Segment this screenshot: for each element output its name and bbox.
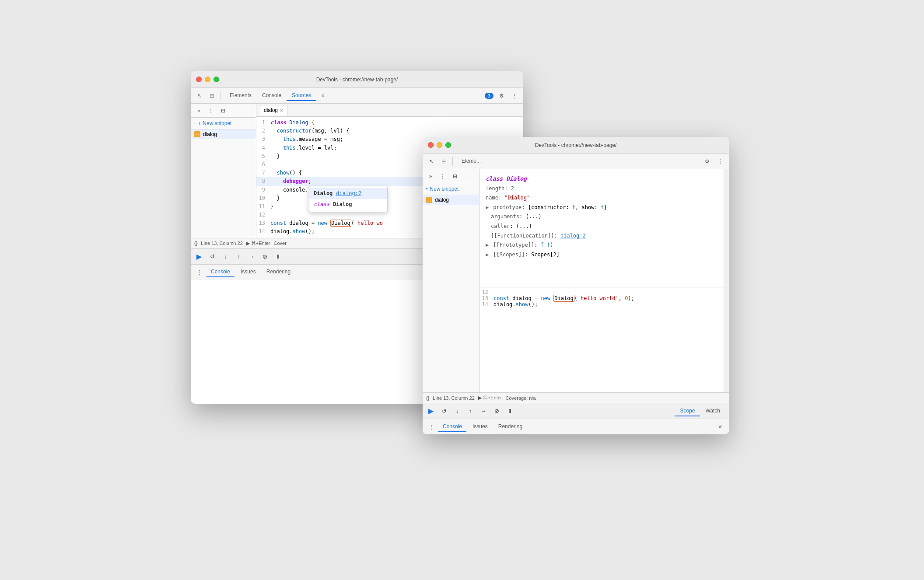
scrollbar-front[interactable] bbox=[724, 169, 729, 392]
play-button-front[interactable]: ▶ bbox=[426, 406, 436, 416]
rendering-tab-front[interactable]: Rendering bbox=[494, 422, 527, 432]
settings-icon-front[interactable]: ⚙ bbox=[702, 156, 712, 167]
more-icon-front[interactable]: ⋮ bbox=[715, 156, 725, 167]
pause-button-front[interactable]: ⏸ bbox=[505, 406, 514, 416]
step-out-button-front[interactable]: ↑ bbox=[466, 406, 475, 416]
scope-length: length: 2 bbox=[486, 184, 718, 194]
bottom-tabs-front: ⋮ Console Issues Rendering ✕ bbox=[423, 419, 729, 434]
position-back: Line 13, Column 22 bbox=[201, 241, 242, 246]
code-tab-dialog-back[interactable]: dialog ✕ bbox=[260, 105, 287, 115]
scope-title: class Dialog bbox=[486, 174, 718, 184]
scope-arguments: arguments: (...) bbox=[486, 212, 718, 222]
watch-tab-front[interactable]: Watch bbox=[700, 406, 725, 416]
layers-icon-front[interactable]: ⊟ bbox=[438, 156, 449, 167]
devtools-window-front: DevTools - chrome://new-tab-page/ ↖ ⊟ El… bbox=[423, 137, 729, 434]
bottom-more-icon-front[interactable]: ⋮ bbox=[426, 422, 437, 432]
console-tab-front[interactable]: Console bbox=[438, 422, 466, 432]
maximize-button-front[interactable] bbox=[445, 142, 451, 148]
step-button-back[interactable]: → bbox=[247, 252, 256, 261]
nav-tabs-front: Eleme... bbox=[456, 156, 486, 167]
scope-prototype: ▶ prototype: {constructor: f, show: f} bbox=[486, 203, 718, 213]
console-tab-back[interactable]: Console bbox=[206, 267, 234, 277]
debug-toolbar-front: ▶ ↺ ↓ ↑ → ⊘ ⏸ Scope Watch bbox=[423, 403, 729, 419]
new-snippet-button-back[interactable]: + + New snippet bbox=[191, 118, 256, 129]
tab-elements-back[interactable]: Elements bbox=[224, 91, 257, 101]
code-line-2: 2 constructor(msg, lvl) { bbox=[256, 127, 523, 135]
main-toolbar-front: ↖ ⊟ Eleme... ⚙ ⋮ bbox=[423, 154, 729, 169]
bottom-more-icon-back[interactable]: ⋮ bbox=[194, 267, 205, 277]
more-icon-back[interactable]: ⋮ bbox=[509, 91, 520, 101]
scope-function-location: [[FunctionLocation]]: dialog:2 bbox=[486, 231, 718, 241]
expand-sidebar-icon-front[interactable]: » bbox=[425, 171, 436, 182]
step-into-button-front[interactable]: ↓ bbox=[452, 406, 462, 416]
close-button-front[interactable] bbox=[428, 142, 434, 148]
run-button-back[interactable]: ▶ ⌘+Enter bbox=[246, 241, 270, 246]
code-tab-bar-back: dialog ✕ bbox=[256, 104, 523, 117]
autocomplete-item-1[interactable]: Dialog dialog:2 bbox=[309, 188, 387, 199]
traffic-lights-front bbox=[428, 142, 451, 148]
scope-tab-front[interactable]: Scope bbox=[675, 406, 700, 416]
front-code-line-12: 12 bbox=[480, 289, 724, 295]
step-button-front[interactable]: → bbox=[479, 406, 488, 416]
settings-icon-back[interactable]: ⚙ bbox=[496, 91, 507, 101]
sidebar-more-icon-front[interactable]: ⋮ bbox=[438, 171, 448, 182]
code-line-1: 1 class Dialog { bbox=[256, 119, 523, 127]
main-toolbar-back: ↖ ⊟ Elements Console Sources » 3 ⚙ ⋮ bbox=[191, 88, 523, 104]
status-bar-front: {} Line 13, Column 22 ▶ ⌘+Enter Coverage… bbox=[423, 392, 729, 403]
sidebar-file-icon[interactable]: ⊟ bbox=[218, 105, 228, 116]
step-over-button-front[interactable]: ↺ bbox=[439, 406, 449, 416]
close-tab-icon-back[interactable]: ✕ bbox=[280, 108, 284, 113]
front-code-line-13: 13 const dialog = new Dialog('hello worl… bbox=[480, 295, 724, 301]
tab-more-back[interactable]: » bbox=[316, 91, 330, 101]
new-snippet-button-front[interactable]: + New snippet bbox=[423, 183, 479, 195]
deactivate-button-back[interactable]: ⊘ bbox=[260, 252, 270, 261]
tab-elements-front[interactable]: Eleme... bbox=[456, 156, 486, 167]
code-scope-area: class Dialog length: 2 name: "Dialog" ▶ … bbox=[480, 169, 724, 392]
coverage-back: Cover bbox=[274, 241, 287, 246]
sidebar-item-dialog-back[interactable]: dialog bbox=[191, 129, 256, 139]
autocomplete-item-2[interactable]: class Dialog bbox=[309, 199, 387, 210]
cursor-icon[interactable]: ↖ bbox=[194, 91, 205, 101]
debug-tabs-front: Scope Watch bbox=[675, 406, 725, 416]
step-over-button-back[interactable]: ↺ bbox=[207, 252, 217, 261]
maximize-button-back[interactable] bbox=[214, 77, 219, 82]
deactivate-button-front[interactable]: ⊘ bbox=[492, 406, 501, 416]
sidebar-file-icon-front[interactable]: ⊟ bbox=[450, 171, 460, 182]
minimize-button-back[interactable] bbox=[205, 77, 210, 82]
braces-icon-front: {} bbox=[426, 395, 429, 401]
tab-console-back[interactable]: Console bbox=[257, 91, 287, 101]
toolbar-separator bbox=[220, 91, 221, 100]
rendering-tab-back[interactable]: Rendering bbox=[262, 267, 295, 277]
close-button-back[interactable] bbox=[196, 77, 202, 82]
scope-proto: ▶ [[Prototype]]: f () bbox=[486, 241, 718, 250]
autocomplete-popup: Dialog dialog:2 class Dialog bbox=[309, 186, 388, 212]
sidebar-back: » ⋮ ⊟ + + New snippet dialog bbox=[191, 104, 256, 238]
pause-button-back[interactable]: ⏸ bbox=[273, 252, 283, 261]
sidebar-front: » ⋮ ⊟ + New snippet dialog bbox=[423, 169, 480, 392]
play-button-back[interactable]: ▶ bbox=[194, 252, 204, 261]
close-bottom-icon-front[interactable]: ✕ bbox=[715, 422, 725, 432]
toolbar-right-front: ⚙ ⋮ bbox=[702, 156, 725, 167]
window-title-back: DevTools - chrome://new-tab-page/ bbox=[316, 77, 398, 83]
scope-name: name: "Dialog" bbox=[486, 193, 718, 203]
cursor-icon-front[interactable]: ↖ bbox=[426, 156, 437, 167]
sidebar-item-dialog-front[interactable]: dialog bbox=[423, 195, 479, 205]
front-code-line-14: 14 dialog.show(); bbox=[480, 301, 724, 307]
title-bar-front: DevTools - chrome://new-tab-page/ bbox=[423, 137, 729, 154]
expand-sidebar-icon[interactable]: » bbox=[193, 105, 204, 116]
traffic-lights-back bbox=[196, 77, 219, 82]
toolbar-sep-front bbox=[452, 157, 453, 166]
file-icon-front bbox=[426, 197, 432, 203]
step-into-button-back[interactable]: ↓ bbox=[220, 252, 230, 261]
tab-sources-back[interactable]: Sources bbox=[287, 91, 316, 101]
layers-icon[interactable]: ⊟ bbox=[206, 91, 217, 101]
title-bar-back: DevTools - chrome://new-tab-page/ bbox=[191, 71, 523, 88]
issues-tab-front[interactable]: Issues bbox=[468, 422, 492, 432]
notification-badge-back: 3 bbox=[485, 93, 494, 99]
run-button-front[interactable]: ▶ ⌘+Enter bbox=[478, 395, 502, 401]
step-out-button-back[interactable]: ↑ bbox=[234, 252, 243, 261]
sidebar-more-icon[interactable]: ⋮ bbox=[206, 105, 216, 116]
scope-panel-front: class Dialog length: 2 name: "Dialog" ▶ … bbox=[480, 169, 724, 287]
minimize-button-front[interactable] bbox=[437, 142, 442, 148]
issues-tab-back[interactable]: Issues bbox=[236, 267, 260, 277]
